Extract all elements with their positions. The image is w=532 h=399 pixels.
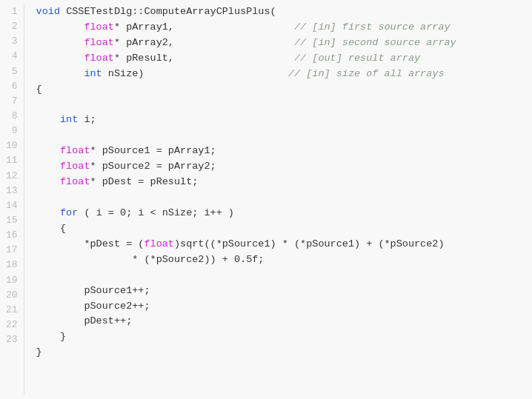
- line-number: 9: [6, 124, 18, 138]
- code-token: float: [36, 161, 90, 172]
- code-line: *pDest = (float)sqrt((*pSource1) * (*pSo…: [36, 237, 520, 252]
- line-number: 22: [6, 318, 18, 332]
- code-token: * pResult,: [114, 53, 174, 64]
- code-token: float: [144, 238, 174, 249]
- code-token: float: [36, 21, 114, 33]
- code-line: * (*pSource2)) + 0.5f;: [36, 252, 520, 268]
- line-number: 6: [6, 79, 18, 94]
- code-token: * (*pSource2)) + 0.5f;: [36, 254, 265, 265]
- line-number: 15: [6, 213, 18, 228]
- line-number: 12: [6, 169, 18, 184]
- line-number: 19: [6, 273, 18, 288]
- line-number: 3: [6, 34, 18, 49]
- code-token: float: [36, 145, 90, 156]
- line-number: 18: [6, 258, 18, 272]
- code-token: float: [36, 176, 90, 187]
- code-line: [36, 190, 520, 206]
- code-line: {: [36, 82, 520, 98]
- code-line: pSource1++;: [36, 284, 520, 299]
- code-line: pDest++;: [36, 314, 520, 329]
- code-token: pSource1++;: [36, 285, 150, 296]
- code-token: pSource2++;: [36, 301, 150, 312]
- code-token: for: [36, 207, 79, 218]
- code-line: int nSize) // [in] size of all arrays: [36, 67, 520, 82]
- code-content: void CSSETestDlg::ComputeArrayCPlusPlus(…: [24, 4, 532, 395]
- code-editor: 1234567891011121314151617181920212223 vo…: [0, 0, 532, 399]
- line-number: 11: [6, 153, 18, 168]
- code-line: float* pSource2 = pArray2;: [36, 159, 520, 175]
- code-token: pDest++;: [36, 315, 133, 326]
- code-token: CSSETestDlg::ComputeArrayCPlusPlus(: [66, 6, 276, 17]
- code-line: float* pArray1, // [in] first source arr…: [36, 20, 520, 36]
- code-token: float: [36, 53, 114, 64]
- line-number: 2: [6, 19, 18, 34]
- code-line: }: [36, 345, 520, 361]
- code-line: float* pDest = pResult;: [36, 175, 520, 190]
- code-line: [36, 268, 520, 284]
- code-token: *pDest = (: [36, 238, 144, 249]
- code-line: }: [36, 329, 520, 345]
- line-number: 5: [6, 64, 18, 79]
- code-line: [36, 128, 520, 144]
- code-token: ( i = 0; i < nSize; i++ ): [78, 207, 234, 218]
- code-token: * pArray2,: [114, 37, 174, 48]
- code-token: // [in] second source array: [174, 37, 456, 48]
- code-token: // [in] size of all arrays: [144, 68, 444, 79]
- line-numbers: 1234567891011121314151617181920212223: [0, 4, 24, 395]
- code-line: void CSSETestDlg::ComputeArrayCPlusPlus(: [36, 4, 520, 20]
- code-token: )sqrt((*pSource1) * (*pSource1) + (*pSou…: [174, 238, 445, 249]
- code-token: * pSource2 = pArray2;: [90, 161, 216, 172]
- line-number: 16: [6, 228, 18, 243]
- code-token: void: [36, 6, 67, 17]
- line-number: 20: [6, 288, 18, 303]
- code-token: float: [36, 37, 114, 48]
- code-token: * pArray1,: [114, 21, 174, 33]
- line-number: 7: [6, 94, 18, 109]
- code-line: pSource2++;: [36, 299, 520, 315]
- code-token: {: [36, 223, 67, 234]
- line-number: 17: [6, 243, 18, 258]
- code-line: [36, 98, 520, 113]
- line-number: 21: [6, 303, 18, 318]
- code-token: // [in] first source array: [174, 21, 450, 33]
- code-token: nSize): [102, 68, 144, 79]
- line-number: 13: [6, 184, 18, 198]
- code-token: }: [36, 346, 42, 358]
- line-number: 23: [6, 332, 18, 347]
- code-token: {: [36, 84, 42, 95]
- code-line: for ( i = 0; i < nSize; i++ ): [36, 206, 520, 221]
- code-token: * pDest = pResult;: [90, 176, 199, 187]
- line-number: 14: [6, 198, 18, 213]
- code-token: int: [36, 114, 79, 125]
- line-number: 4: [6, 49, 18, 64]
- code-line: float* pArray2, // [in] second source ar…: [36, 36, 520, 51]
- code-line: float* pResult, // [out] result array: [36, 51, 520, 67]
- code-token: // [out] result array: [174, 53, 420, 64]
- code-token: * pSource1 = pArray1;: [90, 145, 216, 156]
- code-token: }: [36, 331, 67, 342]
- code-line: float* pSource1 = pArray1;: [36, 144, 520, 159]
- line-number: 10: [6, 138, 18, 153]
- code-line: {: [36, 221, 520, 237]
- line-number: 8: [6, 109, 18, 124]
- code-line: int i;: [36, 113, 520, 128]
- line-number: 1: [6, 4, 18, 19]
- code-token: i;: [78, 114, 96, 125]
- code-token: int: [36, 68, 102, 79]
